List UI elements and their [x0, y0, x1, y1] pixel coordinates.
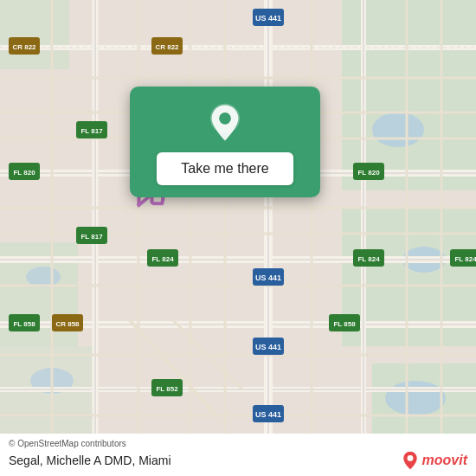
svg-text:FL 824: FL 824 — [151, 255, 174, 263]
svg-point-10 — [385, 381, 446, 415]
moovit-brand-text: moovit — [422, 453, 467, 468]
svg-text:CR 822: CR 822 — [155, 43, 179, 51]
svg-text:US 441: US 441 — [255, 273, 281, 282]
moovit-logo: moovit — [402, 450, 467, 471]
svg-point-83 — [407, 455, 413, 461]
bottom-bar: © OpenStreetMap contributors Segal, Mich… — [0, 434, 476, 476]
place-name: Segal, Michelle A DMD, Miami — [9, 453, 171, 467]
svg-point-9 — [26, 267, 61, 287]
map-container: US 441 US 441 US 441 US 441 CR 822 CR 82… — [0, 0, 476, 476]
map-svg: US 441 US 441 US 441 US 441 CR 822 CR 82… — [0, 0, 476, 476]
svg-point-7 — [372, 113, 424, 147]
svg-point-82 — [219, 113, 231, 125]
place-info: Segal, Michelle A DMD, Miami moovit — [9, 450, 467, 471]
svg-text:FL 824: FL 824 — [454, 255, 476, 263]
svg-text:FL 820: FL 820 — [357, 169, 380, 177]
svg-text:CR 858: CR 858 — [55, 320, 80, 328]
moovit-pin-icon — [402, 450, 419, 471]
svg-text:US 441: US 441 — [255, 343, 281, 351]
map-pin-icon — [204, 102, 246, 144]
take-me-there-button[interactable]: Take me there — [157, 152, 293, 185]
svg-text:FL 858: FL 858 — [13, 320, 35, 328]
svg-text:US 441: US 441 — [255, 14, 281, 23]
svg-text:US 441: US 441 — [255, 410, 281, 419]
map-attribution: © OpenStreetMap contributors — [9, 439, 467, 448]
svg-text:FL 817: FL 817 — [80, 233, 103, 241]
svg-text:FL 852: FL 852 — [156, 385, 178, 393]
svg-text:FL 858: FL 858 — [333, 320, 356, 328]
svg-text:CR 822: CR 822 — [12, 43, 36, 51]
svg-text:FL 824: FL 824 — [357, 255, 380, 263]
svg-text:FL 817: FL 817 — [80, 127, 103, 135]
svg-text:FL 820: FL 820 — [13, 169, 35, 177]
popup-card: Take me there — [130, 87, 320, 197]
svg-rect-3 — [0, 0, 69, 69]
